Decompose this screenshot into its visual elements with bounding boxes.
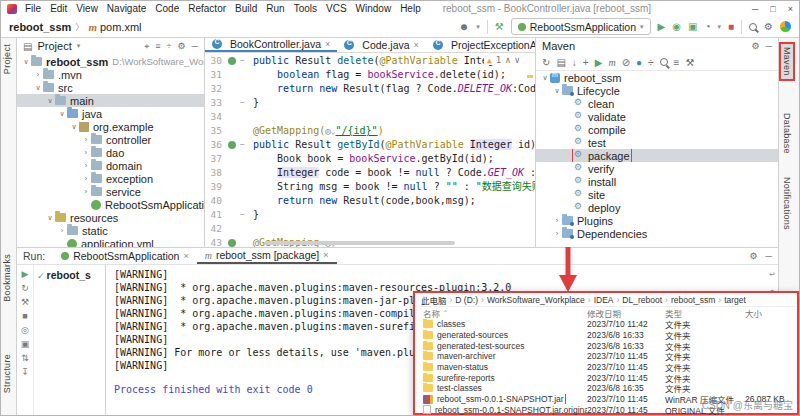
path-segment[interactable]: reboot_ssm [671, 295, 715, 305]
editor-tab-code-java[interactable]: Code.java× [337, 38, 426, 52]
chevron-down-icon[interactable]: ∨ [45, 97, 55, 105]
project-item-controller[interactable]: ›controller [17, 133, 204, 146]
maven-item-deploy[interactable]: deploy [536, 201, 778, 214]
user-icon[interactable]: ☻ [459, 21, 470, 33]
close-tab-icon[interactable]: × [325, 39, 330, 49]
maven-item-install[interactable]: install [536, 175, 778, 188]
editor-tab-bookcontroller-java[interactable]: BookController.java× [205, 38, 337, 52]
breadcrumb-file[interactable]: pom.xml [100, 21, 142, 33]
project-item-domain[interactable]: ›domain [17, 159, 204, 172]
maven-item-validate[interactable]: validate [536, 110, 778, 123]
column-header-2[interactable]: 类型 [665, 307, 745, 319]
run-tab-reboot-ssm-package[interactable]: mreboot_ssm [package]× [197, 248, 337, 264]
breadcrumb-project[interactable]: reboot_ssm [9, 21, 71, 33]
plus-icon[interactable]: + [583, 57, 589, 68]
expand-all-icon[interactable]: ≡ [674, 57, 680, 68]
build-hammer-icon[interactable]: ⚒ [495, 21, 504, 33]
code-line-41[interactable]: 41−} [205, 208, 535, 222]
run-button[interactable]: ▶ [658, 21, 666, 33]
chevron-down-icon[interactable]: ∨ [45, 214, 55, 222]
chevron-down-icon[interactable]: ∨ [57, 110, 67, 118]
maven-item-verify[interactable]: verify [536, 162, 778, 175]
menu-navigate[interactable]: Navigate [107, 3, 146, 14]
column-header-1[interactable]: 修改日期 [587, 307, 665, 319]
close-icon[interactable]: × [788, 4, 793, 14]
fold-icon[interactable]: − [238, 138, 247, 152]
coverage-button[interactable]: ▣ [688, 21, 697, 33]
explorer-path-bar[interactable]: 此电脑›D (D:)›WorkSoftware_Workplace›IDEA›D… [415, 293, 797, 307]
project-item-src[interactable]: ∨src [17, 81, 204, 94]
project-item-static[interactable]: ›static [17, 224, 204, 237]
code-editor[interactable]: ▲1 ∧ ∨ 30−public Result delete(@PathVari… [205, 53, 535, 247]
stop-button[interactable]: ■ [728, 21, 734, 33]
editor-tab-projectexceptionadvice-ja[interactable]: ProjectExceptionAdvice.ja∨ [426, 38, 536, 52]
chevron-down-icon[interactable]: ∨ [21, 58, 31, 66]
next-problem-icon[interactable]: ∨ [515, 55, 520, 65]
column-header-0[interactable]: 名称ˆ [423, 307, 587, 319]
project-item-main[interactable]: ∨main [17, 94, 204, 107]
path-segment[interactable]: IDEA [594, 295, 614, 305]
chevron-down-icon[interactable]: ∨ [69, 123, 79, 131]
maven-item-dependencies[interactable]: ›Dependencies [536, 227, 778, 240]
column-header-3[interactable]: 大小 [745, 307, 793, 319]
code-line-32[interactable]: 32 return new Result(flag ? Code.DELETE_… [205, 82, 535, 96]
skip-tests-icon[interactable]: ⊘ [622, 57, 630, 68]
project-item-service[interactable]: ›service [17, 185, 204, 198]
code-line-33[interactable]: 33−} [205, 96, 535, 110]
chevron-right-icon[interactable]: › [81, 175, 91, 182]
maven-item-test[interactable]: test [536, 136, 778, 149]
run-tree-item[interactable]: reboot_s [47, 269, 91, 281]
menu-run[interactable]: Run [266, 3, 284, 14]
menu-tools[interactable]: Tools [294, 3, 317, 14]
project-item-exception[interactable]: ›exception [17, 172, 204, 185]
settings-gear-icon[interactable]: ⚙ [764, 21, 773, 33]
menu-build[interactable]: Build [235, 3, 257, 14]
folder-settings-icon[interactable]: ▤ [556, 57, 565, 68]
stop-icon[interactable]: ■ [22, 311, 27, 321]
chevron-right-icon[interactable]: › [81, 162, 91, 169]
project-item-java[interactable]: ∨java [17, 107, 204, 120]
restart-icon[interactable]: ↻ [21, 283, 29, 293]
chevron-right-icon[interactable]: › [57, 227, 67, 234]
gear-icon[interactable]: ⚙ [752, 41, 760, 51]
wrench-icon[interactable]: ⚒ [685, 57, 694, 68]
run-icon[interactable]: ▶ [595, 57, 603, 68]
mapping-gutter-icon[interactable] [227, 236, 238, 247]
thread-dump-icon[interactable]: ◎ [21, 325, 29, 335]
chevron-down-icon[interactable]: ▾ [476, 23, 480, 31]
search-icon[interactable] [660, 58, 668, 66]
code-line-34[interactable]: 34 [205, 110, 535, 124]
close-tab-icon[interactable]: × [183, 251, 188, 261]
horizontal-scrollbar[interactable] [265, 241, 455, 245]
maven-item-plugins[interactable]: ›Plugins [536, 214, 778, 227]
hide-panel-icon[interactable]: ─ [192, 41, 198, 52]
path-segment[interactable]: D (D:) [455, 295, 478, 305]
path-segment[interactable]: target [724, 295, 746, 305]
maven-item-lifecycle[interactable]: ∨Lifecycle [536, 84, 778, 97]
locate-file-icon[interactable]: ⌖ [144, 41, 149, 52]
project-item-resources[interactable]: ∨resources [17, 211, 204, 224]
maven-item-package[interactable]: package [536, 149, 778, 162]
menu-vcs[interactable]: VCS [326, 3, 347, 14]
profiler-button[interactable]: ◔ [704, 21, 710, 33]
tool-tab-notifications[interactable]: Notifications [781, 174, 793, 233]
minimize-icon[interactable]: ─ [752, 4, 758, 14]
close-tab-icon[interactable]: × [323, 250, 328, 260]
chevron-right-icon[interactable]: › [552, 230, 562, 237]
search-everywhere-icon[interactable] [749, 23, 757, 31]
chevron-down-icon[interactable]: ∨ [33, 84, 43, 92]
maven-panel-title[interactable]: Maven [542, 40, 575, 52]
updown-icon[interactable]: ⇅ [21, 353, 29, 363]
soft-wrap-icon[interactable]: ↩ [770, 269, 775, 279]
menu-edit[interactable]: Edit [50, 3, 67, 14]
download-icon[interactable]: ↓ [572, 57, 577, 68]
code-line-36[interactable]: 36−public Result getById(@PathVariable I… [205, 138, 535, 152]
fold-icon[interactable]: − [238, 54, 247, 68]
chevron-right-icon[interactable]: › [81, 149, 91, 156]
menu-code[interactable]: Code [155, 3, 179, 14]
run-tab-rebootssmapplication[interactable]: RebootSsmApplication× [53, 248, 197, 264]
project-item-application-yml[interactable]: application.yml [17, 237, 204, 247]
code-line-31[interactable]: 31 boolean flag = bookService.delete(id)… [205, 68, 535, 82]
project-item-org-example[interactable]: ∨org.example [17, 120, 204, 133]
gear-icon[interactable]: ⚙ [750, 251, 758, 261]
